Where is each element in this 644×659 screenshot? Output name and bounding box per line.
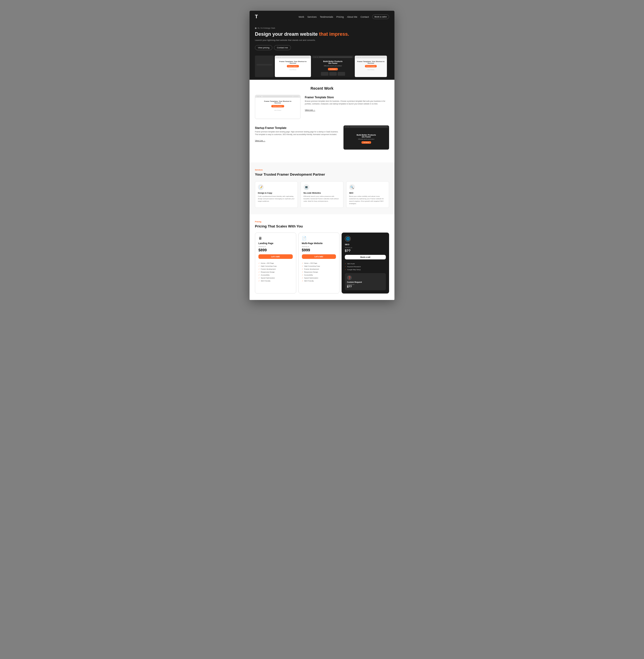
custom-request-icon: ❓	[347, 275, 352, 280]
view-pricing-button[interactable]: View pricing	[255, 45, 272, 50]
screenshot-dark-2: Build Better Products10x Faster Efficien…	[312, 56, 354, 77]
seo-feature-0: SEO Audit	[345, 262, 386, 265]
seo-features: SEO Audit Keyword Research Google Map Se…	[345, 262, 386, 271]
service-card-2: 🔍 SEO Boost your online visibility and a…	[346, 181, 389, 208]
work-info-2: Startup Framer Template Framer premium t…	[255, 126, 339, 142]
multipage-starting: Starting at	[302, 246, 336, 247]
multipage-price: $999	[302, 248, 336, 252]
seo-cta-button[interactable]: Book a call	[345, 255, 386, 259]
screenshot-light-1: Framer Templates: Your Shortcut to Succe…	[275, 56, 311, 77]
hero-title-highlight: that impress.	[319, 31, 349, 37]
service-name-1: No-code Websites	[303, 192, 341, 194]
recent-work-section: Recent Work Framer Templates: Your Short…	[250, 80, 394, 162]
hero-title-start: Design your dream website	[255, 31, 319, 37]
work-screenshot-2: Build Better Products10x Faster Efficien…	[343, 126, 389, 150]
nav-link-services[interactable]: Services	[307, 16, 317, 18]
work-link-2[interactable]: View Live →	[255, 140, 266, 141]
multipage-icon: 📄	[302, 236, 336, 240]
pricing-title: Pricing That Scales With You	[255, 224, 389, 228]
contact-me-button[interactable]: Contact me	[274, 45, 291, 50]
hero-section: T Work Services Testimonials Pricing Abo…	[250, 11, 394, 80]
work-link-1[interactable]: View Live →	[305, 109, 315, 111]
multipage-cta-button[interactable]: Let's talk!	[302, 254, 336, 259]
pricing-card-landing: 🖥 Landing Page Starting at $899 Let's ta…	[255, 233, 296, 293]
main-content: Recent Work Framer Templates: Your Short…	[250, 80, 394, 300]
pricing-card-seo: 🌐 SEO Starting at $?? Book a call SEO Au…	[342, 233, 389, 293]
seo-feature-1: Keyword Research	[345, 265, 386, 268]
nav-link-pricing[interactable]: Pricing	[337, 16, 344, 18]
pricing-grid: 🖥 Landing Page Starting at $899 Let's ta…	[255, 233, 389, 293]
service-name-0: Design & Copy	[258, 192, 295, 194]
hero-badge: Hi, I'm Kristopp Clark	[255, 27, 389, 29]
landing-price: $899	[258, 248, 293, 252]
seo-feature-2: Google Map Setup	[345, 268, 386, 271]
hero-badge-text: Hi, I'm Kristopp Clark	[258, 27, 275, 29]
multipage-feature-0: Home + 404 Page	[302, 262, 336, 264]
multipage-feature-3: Responsive Design	[302, 270, 336, 273]
screenshot-light-2: Framer Templates: Your Shortcut to Succe…	[355, 56, 387, 77]
service-card-1: 💻 No-code Websites Efficiently launch yo…	[301, 181, 343, 208]
hero-badge-dot	[255, 27, 256, 29]
custom-request-card: ❓ Custom Request Starting at $??	[345, 273, 386, 290]
work-desc-1: Browse premium template store for busine…	[305, 100, 389, 105]
work-item-1: Framer Templates: Your Shortcut toSucces…	[255, 95, 389, 119]
hero-content: Hi, I'm Kristopp Clark Design your dream…	[255, 23, 389, 56]
recent-work-title: Recent Work	[255, 86, 389, 90]
service-desc-2: Boost your online visibility and attract…	[349, 195, 386, 205]
work-desc-2: Framer premium template store landing pa…	[255, 131, 339, 136]
seo-globe-icon: 🌐	[345, 236, 351, 242]
pricing-label: Pricing	[255, 221, 389, 223]
nav-link-testimonials[interactable]: Testimonials	[320, 16, 333, 18]
page-wrapper: T Work Services Testimonials Pricing Abo…	[250, 11, 394, 300]
pricing-section: Pricing Pricing That Scales With You 🖥 L…	[250, 214, 394, 300]
nav-link-work[interactable]: Work	[299, 16, 304, 18]
nav-logo: T	[255, 14, 258, 20]
multipage-feature-2: Framer development	[302, 267, 336, 270]
design-copy-icon: 📝	[258, 184, 264, 190]
nav-links: Work Services Testimonials Pricing About…	[299, 15, 389, 19]
seo-name: SEO	[345, 243, 386, 246]
work-screenshot-1: Framer Templates: Your Shortcut toSucces…	[255, 95, 301, 119]
hero-buttons: View pricing Contact me	[255, 45, 389, 50]
nav: T Work Services Testimonials Pricing Abo…	[255, 14, 389, 23]
service-card-0: 📝 Design & Copy Craft a professional bra…	[255, 181, 298, 208]
seo-icon: 🔍	[349, 184, 355, 190]
hero-screenshots: Framer Templates: Your Shortcut to Succe…	[255, 56, 389, 80]
landing-feature-6: SEO Friendly	[258, 279, 293, 282]
landing-feature-5: Speed Optimization	[258, 276, 293, 279]
work-title-2: Startup Framer Template	[255, 127, 339, 129]
landing-cta-button[interactable]: Let's talk!	[258, 254, 293, 259]
multipage-feature-5: Speed Optimization	[302, 276, 336, 279]
landing-feature-3: Responsive Design	[258, 270, 293, 273]
nav-link-contact[interactable]: Contact	[361, 16, 369, 18]
service-desc-1: Efficiently launch your online presence …	[303, 195, 341, 202]
custom-price: $??	[347, 285, 384, 288]
screenshot-dark-1	[255, 56, 274, 77]
landing-page-icon: 🖥	[258, 236, 293, 240]
custom-name: Custom Request	[347, 281, 384, 283]
service-desc-0: Craft a professional brand identity with…	[258, 195, 295, 202]
services-label: Services	[255, 169, 389, 171]
landing-feature-2: Framer development	[258, 267, 293, 270]
multipage-feature-6: SEO Friendly	[302, 279, 336, 282]
services-grid: 📝 Design & Copy Craft a professional bra…	[255, 181, 389, 208]
service-name-2: SEO	[349, 192, 386, 194]
work-title-1: Framer Template Store	[305, 96, 389, 99]
services-title: Your Trusted Framer Development Partner	[255, 172, 389, 177]
multipage-feature-4: Accessibility	[302, 273, 336, 276]
multipage-feature-1: High-Converting Copy	[302, 264, 336, 267]
landing-feature-4: Accessibility	[258, 273, 293, 276]
pricing-card-multipage: 📄 Multi-Page Website Starting at $999 Le…	[298, 233, 340, 293]
work-item-2: Build Better Products10x Faster Efficien…	[255, 126, 389, 150]
nocode-icon: 💻	[303, 184, 309, 190]
book-call-button[interactable]: Book a call ▸	[372, 15, 389, 19]
multipage-features: Home + 404 Page High-Converting Copy Fra…	[302, 262, 336, 282]
hero-title: Design your dream website that impress.	[255, 31, 389, 37]
landing-features: Home + 404 Page High-Converting Copy Fra…	[258, 262, 293, 282]
nav-link-about[interactable]: About Me	[347, 16, 358, 18]
hero-subtitle: Launch your lightning-fast website that …	[255, 39, 389, 41]
landing-feature-1: High-Converting Copy	[258, 264, 293, 267]
landing-starting: Starting at	[258, 246, 293, 247]
services-section: Services Your Trusted Framer Development…	[250, 162, 394, 214]
landing-feature-0: Home + 404 Page	[258, 262, 293, 264]
